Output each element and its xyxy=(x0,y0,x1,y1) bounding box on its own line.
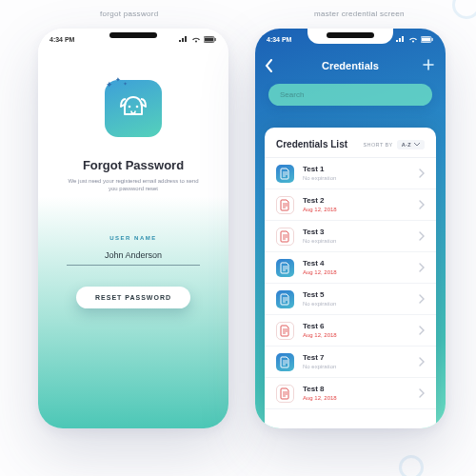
svg-rect-7 xyxy=(432,38,433,41)
back-button[interactable] xyxy=(265,59,274,76)
username-input[interactable] xyxy=(67,247,200,266)
svg-point-3 xyxy=(129,106,131,109)
credential-row[interactable]: Test 1 No expiration xyxy=(265,158,436,189)
screen-body: 4:34 PM Credentials Credentials List SHO… xyxy=(255,29,446,428)
mockup-caption-left: forgot password xyxy=(100,10,158,18)
credential-title: Test 4 xyxy=(303,260,419,268)
status-time: 4:34 PM xyxy=(267,36,291,43)
credential-row[interactable]: Test 7 No expiration xyxy=(265,347,436,378)
document-icon xyxy=(276,196,294,214)
document-icon xyxy=(276,228,294,246)
chevron-right-icon xyxy=(419,263,425,272)
app-logo: ✦✦✦ xyxy=(100,80,167,147)
row-disclosure xyxy=(419,353,425,370)
sort-control[interactable]: SHORT BY A-Z xyxy=(364,140,426,149)
credential-subtitle: Aug 12, 2018 xyxy=(303,395,419,401)
document-icon xyxy=(276,165,294,183)
credential-subtitle: Aug 12, 2018 xyxy=(303,269,419,275)
signal-icon xyxy=(396,36,406,43)
device-notch xyxy=(109,32,157,38)
credential-title: Test 8 xyxy=(303,386,419,394)
chevron-right-icon xyxy=(419,326,425,335)
mockup-caption-right: master credential screen xyxy=(314,10,405,18)
wifi-icon xyxy=(191,36,201,43)
plus-icon xyxy=(423,59,434,70)
decorative-circle xyxy=(399,455,424,476)
page-title: Forgot Password xyxy=(38,158,228,172)
row-disclosure xyxy=(419,165,425,182)
credential-row[interactable]: Test 8 Aug 12, 2018 xyxy=(265,378,436,409)
chevron-right-icon xyxy=(419,294,425,304)
credential-subtitle: No expiration xyxy=(303,175,419,181)
credential-subtitle: Aug 12, 2018 xyxy=(303,332,419,338)
credential-subtitle: No expiration xyxy=(303,301,419,307)
add-button[interactable] xyxy=(423,59,434,73)
app-header: Credentials xyxy=(255,50,446,82)
search-input[interactable] xyxy=(268,84,432,106)
chevron-left-icon xyxy=(265,59,274,72)
row-disclosure xyxy=(419,322,425,339)
credential-title: Test 6 xyxy=(303,323,419,331)
svg-rect-6 xyxy=(422,37,430,41)
row-disclosure xyxy=(419,259,425,276)
battery-icon xyxy=(421,36,434,43)
credentials-card: Credentials List SHORT BY A-Z Test 1 No … xyxy=(265,128,436,428)
credential-row[interactable]: Test 2 Aug 12, 2018 xyxy=(265,189,436,221)
wifi-icon xyxy=(408,36,418,43)
row-disclosure xyxy=(419,290,425,307)
device-notch xyxy=(327,32,374,38)
sort-label: SHORT BY xyxy=(364,142,393,148)
document-icon xyxy=(276,385,294,403)
sort-value: A-Z xyxy=(402,142,411,148)
credential-row[interactable]: Test 5 No expiration xyxy=(265,284,436,315)
username-label: USER NAME xyxy=(38,235,228,241)
battery-icon xyxy=(204,36,217,43)
credential-subtitle: No expiration xyxy=(303,364,419,369)
document-icon xyxy=(276,290,294,308)
screen-body: 4:34 PM ✦✦✦ Forgot Password We just need… xyxy=(38,29,228,428)
row-disclosure xyxy=(419,385,425,402)
signal-icon xyxy=(179,36,188,43)
row-disclosure xyxy=(419,228,425,245)
credential-title: Test 2 xyxy=(303,197,419,206)
phone-credentials: 4:34 PM Credentials Credentials List SHO… xyxy=(255,29,446,428)
row-disclosure xyxy=(419,196,425,213)
chevron-right-icon xyxy=(419,169,425,178)
credential-title: Test 7 xyxy=(303,354,419,363)
credentials-list: Test 1 No expiration Test 2 Aug 12, 2018… xyxy=(265,157,436,409)
chevron-right-icon xyxy=(419,357,425,367)
credential-row[interactable]: Test 4 Aug 12, 2018 xyxy=(265,252,436,284)
svg-rect-2 xyxy=(215,38,216,41)
credential-title: Test 1 xyxy=(303,166,419,174)
credential-subtitle: Aug 12, 2018 xyxy=(303,207,419,212)
sparkle-icon: ✦✦✦ xyxy=(106,80,124,89)
credential-title: Test 3 xyxy=(303,228,419,237)
svg-rect-1 xyxy=(205,37,213,41)
document-icon xyxy=(276,259,294,277)
credential-row[interactable]: Test 6 Aug 12, 2018 xyxy=(265,315,436,347)
list-title: Credentials List xyxy=(276,139,347,149)
document-icon xyxy=(276,322,294,340)
decorative-circle xyxy=(452,0,476,19)
document-icon xyxy=(276,353,294,371)
chevron-right-icon xyxy=(419,200,425,209)
reset-password-button[interactable]: RESET PASSWORD xyxy=(76,287,190,308)
dog-icon xyxy=(114,89,152,128)
header-title: Credentials xyxy=(322,60,379,71)
phone-forgot-password: 4:34 PM ✦✦✦ Forgot Password We just need… xyxy=(38,29,228,428)
credential-row[interactable]: Test 3 No expiration xyxy=(265,221,436,252)
credential-subtitle: No expiration xyxy=(303,238,419,244)
chevron-right-icon xyxy=(419,388,425,398)
svg-point-4 xyxy=(136,106,139,109)
chevron-down-icon xyxy=(414,143,420,147)
chevron-right-icon xyxy=(419,231,425,241)
page-subtitle: We just need your registered email addre… xyxy=(38,177,228,193)
status-time: 4:34 PM xyxy=(50,36,74,43)
credential-title: Test 5 xyxy=(303,291,419,300)
